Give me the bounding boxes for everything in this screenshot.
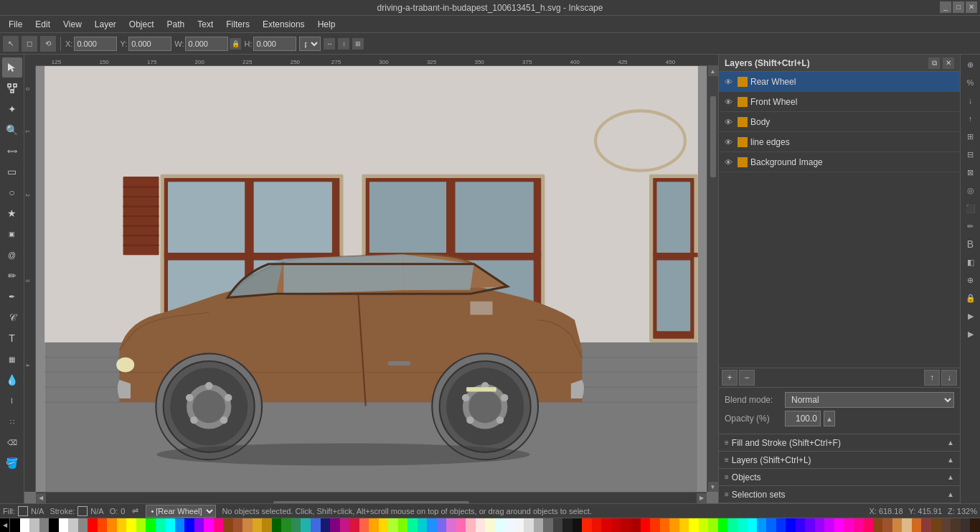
palette-color[interactable]	[679, 518, 689, 532]
palette-color[interactable]	[301, 518, 311, 532]
measure-tool[interactable]: ⟺	[2, 141, 22, 161]
palette-color[interactable]	[49, 518, 59, 532]
palette-color[interactable]	[951, 518, 961, 532]
unit-select[interactable]: px mm cm in	[299, 37, 321, 51]
snap-toggle[interactable]: %	[962, 74, 979, 91]
palette-color[interactable]	[534, 518, 544, 532]
star-tool[interactable]: ★	[2, 203, 22, 223]
palette-color[interactable]	[194, 518, 204, 532]
fr-btn-11[interactable]: ⊕	[962, 271, 979, 289]
palette-color[interactable]	[59, 518, 69, 532]
layer-visibility-line-edges[interactable]: 👁	[722, 136, 735, 149]
fr-btn-8[interactable]: ✏	[962, 218, 979, 235]
palette-color[interactable]	[553, 518, 563, 532]
palette-color[interactable]	[223, 518, 233, 532]
canvas-viewport[interactable]	[36, 66, 707, 492]
eraser-tool[interactable]: ⌫	[2, 432, 22, 452]
menu-text[interactable]: Text	[192, 18, 219, 31]
palette-scroll-left[interactable]: ◀	[0, 518, 10, 532]
layer-item-front-wheel[interactable]: 👁 Front Wheel	[719, 92, 960, 112]
toolbar-icon-5[interactable]: ⊞	[352, 38, 364, 50]
palette-color[interactable]	[20, 518, 30, 532]
palette-color[interactable]	[253, 518, 263, 532]
palette-color[interactable]	[601, 518, 611, 532]
palette-color[interactable]	[175, 518, 185, 532]
palette-color[interactable]	[359, 518, 369, 532]
palette-color[interactable]	[165, 518, 175, 532]
palette-color[interactable]	[388, 518, 398, 532]
palette-color[interactable]	[970, 518, 980, 532]
objects-panel[interactable]: ≡ Objects ▲	[719, 469, 960, 486]
snap-btn[interactable]: ⊕	[962, 56, 979, 73]
text-tool[interactable]: T	[2, 328, 22, 348]
palette-color[interactable]	[98, 518, 108, 532]
zoom-tool[interactable]: 🔍	[2, 120, 22, 140]
palette-color[interactable]	[456, 518, 466, 532]
menu-path[interactable]: Path	[161, 18, 191, 31]
palette-color[interactable]	[476, 518, 486, 532]
menu-edit[interactable]: Edit	[29, 18, 56, 31]
move-layer-up-btn[interactable]: ↑	[924, 370, 940, 386]
layers-panel-detach-btn[interactable]: ⧉	[928, 57, 940, 69]
selection-tool[interactable]	[2, 57, 22, 78]
palette-color[interactable]	[330, 518, 340, 532]
palette-color[interactable]	[882, 518, 892, 532]
layer-visibility-bg-image[interactable]: 👁	[722, 156, 735, 169]
palette-color[interactable]	[369, 518, 379, 532]
palette-color[interactable]	[156, 518, 166, 532]
palette-color[interactable]	[757, 518, 767, 532]
palette-color[interactable]	[204, 518, 214, 532]
canvas-area[interactable]: 125 150 175 200 225 250 275 300 325 350 …	[24, 55, 718, 503]
palette-color[interactable]	[582, 518, 592, 532]
palette-color[interactable]	[485, 518, 495, 532]
layers-panel-close-btn[interactable]: ✕	[943, 57, 954, 69]
palette-color[interactable]	[961, 518, 971, 532]
menu-object[interactable]: Object	[123, 18, 160, 31]
palette-color[interactable]	[902, 518, 912, 532]
close-button[interactable]: ✕	[966, 1, 977, 13]
spiral-tool[interactable]: @	[2, 245, 22, 265]
palette-color[interactable]	[291, 518, 301, 532]
opacity-spinner-up[interactable]: ▲	[824, 411, 835, 426]
spray-tool[interactable]: ∷	[2, 411, 22, 431]
x-input[interactable]	[74, 37, 117, 51]
palette-color[interactable]	[418, 518, 428, 532]
layer-item-body[interactable]: 👁 Body	[719, 112, 960, 132]
palette-color[interactable]	[407, 518, 418, 532]
palette-color[interactable]	[446, 518, 456, 532]
palette-color[interactable]	[504, 518, 514, 532]
hscroll-thumb[interactable]	[273, 501, 468, 504]
toolbar-icon-3[interactable]: ↔	[324, 38, 335, 50]
palette-color[interactable]	[699, 518, 709, 532]
select-tool-btn[interactable]: ↖	[3, 36, 19, 52]
palette-color[interactable]	[873, 518, 883, 532]
node-tool[interactable]	[2, 78, 22, 98]
fr-btn-1[interactable]: ↓	[962, 92, 979, 109]
add-layer-btn[interactable]: +	[722, 370, 738, 386]
palette-color[interactable]	[824, 518, 834, 532]
tweak-tool[interactable]: ✦	[2, 99, 22, 119]
fr-btn-2[interactable]: ↑	[962, 110, 979, 127]
3d-box-tool[interactable]: ▣	[2, 224, 22, 244]
palette-color[interactable]	[495, 518, 505, 532]
palette-color[interactable]	[543, 518, 553, 532]
minimize-button[interactable]: _	[940, 1, 951, 13]
lock-proportions-btn[interactable]: 🔒	[230, 38, 241, 50]
palette-color[interactable]	[815, 518, 825, 532]
palette-color[interactable]	[738, 518, 748, 532]
palette-color[interactable]	[88, 518, 98, 532]
palette-color[interactable]	[107, 518, 117, 532]
palette-color[interactable]	[281, 518, 291, 532]
palette-color[interactable]	[786, 518, 796, 532]
palette-color[interactable]	[78, 518, 88, 532]
palette-color[interactable]	[854, 518, 864, 532]
fr-btn-9[interactable]: B	[962, 235, 979, 253]
vertical-scrollbar[interactable]: ▲ ▼	[707, 66, 718, 492]
palette-color[interactable]	[689, 518, 699, 532]
h-input[interactable]	[253, 37, 296, 51]
vscroll-track[interactable]	[707, 76, 718, 482]
menu-filters[interactable]: Filters	[220, 18, 255, 31]
fill-stroke-panel[interactable]: ≡ Fill and Stroke (Shift+Ctrl+F) ▲	[719, 434, 960, 452]
palette-color[interactable]	[921, 518, 931, 532]
palette-color[interactable]	[766, 518, 776, 532]
